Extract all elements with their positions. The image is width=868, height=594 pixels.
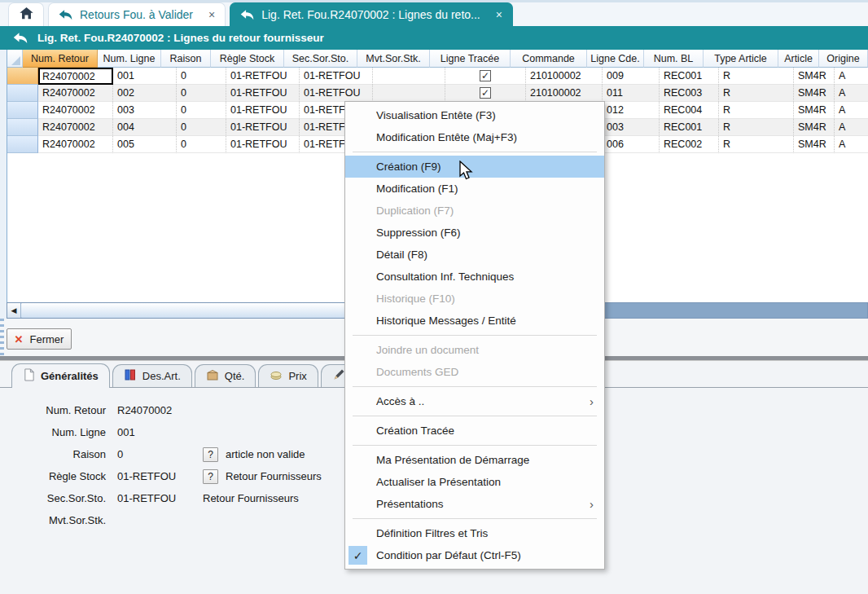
grid-cell[interactable]: SM4R	[794, 136, 835, 153]
menu-item-consultation-inf-techniques[interactable]: Consultation Inf. Techniques	[345, 266, 604, 288]
grid-cell[interactable]: R	[719, 85, 794, 102]
grid-cell[interactable]: 01-RETFOU	[226, 102, 300, 119]
grid-cell[interactable]: R	[719, 119, 794, 136]
menu-item-modification-ent-te-maj-f3[interactable]: Modification Entête (Maj+F3)	[345, 126, 604, 148]
column-header-r-gle-stock[interactable]: Règle Stock	[211, 50, 284, 68]
menu-item-condition-par-d-faut-ctrl-f5[interactable]: ✓Condition par Défaut (Ctrl-F5)	[345, 544, 604, 566]
checkbox-checked-icon[interactable]: ✓	[480, 87, 491, 99]
column-header-ligne-trac-e[interactable]: Ligne Tracée	[430, 50, 511, 68]
grid-cell[interactable]: A	[835, 68, 868, 85]
tab-lignes-du-retour[interactable]: Lig. Ret. Fou.R24070002 : Lignes du reto…	[230, 2, 513, 26]
menu-item-historique-messages-entit[interactable]: Historique Messages / Entité	[345, 310, 604, 332]
column-header-raison[interactable]: Raison	[161, 50, 211, 68]
grid-cell[interactable]: R24070002	[38, 136, 113, 153]
grid-cell[interactable]: 001	[113, 68, 177, 85]
grid-cell[interactable]: ✓	[445, 68, 526, 85]
table-row[interactable]: R24070002001001-RETFOU01-RETFOU✓21010000…	[7, 68, 868, 85]
grid-cell[interactable]: A	[835, 102, 868, 119]
tab-retours-fou-a-valider[interactable]: Retours Fou. à Valider ×	[48, 2, 226, 26]
grid-cell[interactable]: 003	[603, 119, 660, 136]
grid-cell[interactable]: 005	[113, 136, 177, 153]
grid-cell[interactable]: 01-RETFOU	[226, 85, 300, 102]
help-button[interactable]: ?	[203, 447, 218, 462]
column-header-num-retour[interactable]: Num. Retour	[23, 50, 98, 68]
scroll-left-button[interactable]: ◀	[7, 303, 21, 318]
row-selector[interactable]	[7, 119, 38, 136]
grid-cell[interactable]: R	[719, 136, 794, 153]
grid-cell[interactable]: SM4R	[794, 102, 835, 119]
menu-item-cr-ation-f9[interactable]: Création (F9)	[345, 156, 604, 178]
menu-item-ma-pr-sentation-de-d-marrage[interactable]: Ma Présentation de Démarrage	[345, 449, 604, 471]
tab-g-n-ralit-s[interactable]: Généralités	[11, 363, 110, 388]
menu-item-acc-s[interactable]: Accès à ..›	[345, 390, 604, 412]
menu-item-d-finition-filtres-et-tris[interactable]: Définition Filtres et Tris	[345, 522, 604, 544]
grid-cell[interactable]: SM4R	[794, 68, 835, 85]
menu-item-pr-sentations[interactable]: Présentations›	[345, 493, 604, 515]
grid-cell[interactable]: 01-RETFOU	[226, 136, 300, 153]
grid-cell[interactable]: 002	[113, 85, 177, 102]
splitter-grip[interactable]	[0, 319, 4, 361]
grid-cell[interactable]: 01-RETFOU	[226, 68, 300, 85]
grid-cell[interactable]: 210100002	[526, 68, 603, 85]
row-selector[interactable]	[7, 85, 38, 102]
menu-item-visualisation-ent-te-f3[interactable]: Visualisation Entête (F3)	[345, 104, 604, 126]
grid-cell[interactable]: 0	[177, 119, 226, 136]
grid-cell[interactable]: A	[835, 119, 868, 136]
grid-cell[interactable]: REC003	[660, 85, 719, 102]
tab-home[interactable]	[8, 2, 44, 26]
grid-cell[interactable]: ✓	[445, 85, 526, 102]
grid-cell[interactable]: R24070002	[38, 85, 113, 102]
help-button[interactable]: ?	[203, 469, 218, 484]
grid-cell[interactable]: 003	[113, 102, 177, 119]
fermer-button[interactable]: ✕ Fermer	[7, 328, 72, 350]
column-header-ligne-cde[interactable]: Ligne Cde.	[587, 50, 644, 68]
column-header-origine[interactable]: Origine	[819, 50, 868, 68]
menu-item-suppression-f6[interactable]: Suppression (F6)	[345, 222, 604, 244]
grid-cell[interactable]: A	[835, 136, 868, 153]
column-header-num-bl[interactable]: Num. BL	[644, 50, 704, 68]
row-selector[interactable]	[7, 136, 38, 153]
menu-item-d-tail-f8[interactable]: Détail (F8)	[345, 244, 604, 266]
grid-cell[interactable]	[373, 68, 445, 85]
scrollbar-thumb[interactable]	[21, 303, 350, 318]
grid-cell[interactable]: 01-RETFOU	[226, 119, 300, 136]
grid-cell[interactable]: 009	[603, 68, 660, 85]
tab-des-art[interactable]: Des.Art.	[112, 364, 192, 387]
grid-cell[interactable]: R24070002	[38, 68, 113, 85]
menu-item-actualiser-la-pr-sentation[interactable]: Actualiser la Présentation	[345, 471, 604, 493]
grid-cell[interactable]: REC001	[660, 119, 719, 136]
grid-cell[interactable]: A	[835, 85, 868, 102]
grid-cell[interactable]: R24070002	[38, 119, 113, 136]
grid-cell[interactable]: REC004	[660, 102, 719, 119]
menu-item-modification-f1[interactable]: Modification (F1)	[345, 178, 604, 200]
grid-cell[interactable]: SM4R	[794, 119, 835, 136]
grid-cell[interactable]: 0	[177, 85, 226, 102]
grid-cell[interactable]: REC002	[660, 136, 719, 153]
grid-cell[interactable]: R	[719, 102, 794, 119]
grid-cell[interactable]: 0	[177, 136, 226, 153]
grid-cell[interactable]: 210100002	[526, 85, 603, 102]
close-tab-icon[interactable]: ×	[496, 8, 502, 21]
tab-qt[interactable]: Qté.	[195, 364, 256, 387]
grid-cell[interactable]: 01-RETFOU	[300, 85, 373, 102]
grid-cell[interactable]	[373, 85, 445, 102]
tab-prix[interactable]: Prix	[258, 364, 318, 387]
table-row[interactable]: R24070002002001-RETFOU01-RETFOU✓21010000…	[7, 85, 868, 102]
grid-cell[interactable]: 006	[603, 136, 660, 153]
column-header-commande[interactable]: Commande	[511, 50, 587, 68]
grid-cell[interactable]: 004	[113, 119, 177, 136]
grid-cell[interactable]: 01-RETFOU	[300, 68, 373, 85]
column-header-num-ligne[interactable]: Num. Ligne	[98, 50, 161, 68]
grid-corner-cell[interactable]	[7, 50, 23, 68]
grid-cell[interactable]: 012	[603, 102, 660, 119]
column-header-mvt-sor-stk[interactable]: Mvt.Sor.Stk.	[357, 50, 430, 68]
row-selector[interactable]	[7, 102, 38, 119]
close-tab-icon[interactable]: ×	[208, 8, 215, 21]
column-header-article[interactable]: Article	[778, 50, 819, 68]
grid-cell[interactable]: R	[719, 68, 794, 85]
grid-cell[interactable]: SM4R	[794, 85, 835, 102]
grid-cell[interactable]: 011	[603, 85, 660, 102]
column-header-sec-sor-sto[interactable]: Sec.Sor.Sto.	[284, 50, 357, 68]
column-header-type-article[interactable]: Type Article	[704, 50, 778, 68]
grid-cell[interactable]: R24070002	[38, 102, 113, 119]
